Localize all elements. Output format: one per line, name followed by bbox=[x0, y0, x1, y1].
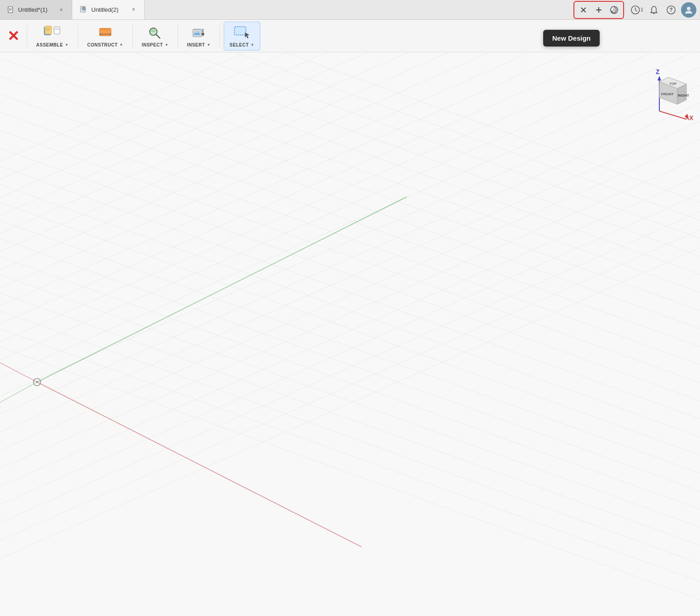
svg-line-94 bbox=[0, 52, 700, 238]
inspect-dropdown-arrow: ▼ bbox=[165, 43, 169, 47]
svg-line-58 bbox=[0, 260, 700, 554]
svg-line-82 bbox=[0, 165, 700, 527]
svg-line-65 bbox=[0, 61, 700, 355]
viewport[interactable]: Z X TOP FRONT RIGHT bbox=[0, 52, 700, 616]
svg-line-91 bbox=[0, 52, 700, 292]
svg-line-90 bbox=[0, 52, 700, 310]
svg-marker-49 bbox=[245, 33, 249, 38]
assemble-dropdown-arrow: ▼ bbox=[65, 43, 69, 47]
svg-text:TOP: TOP bbox=[669, 82, 677, 86]
view-cube[interactable]: Z X TOP FRONT RIGHT bbox=[646, 61, 691, 116]
divider-2 bbox=[78, 25, 78, 47]
svg-line-62 bbox=[0, 116, 700, 409]
divider-4 bbox=[178, 25, 178, 47]
svg-line-53 bbox=[0, 170, 700, 463]
svg-line-106 bbox=[659, 111, 686, 119]
svg-point-18 bbox=[687, 7, 691, 10]
app-header: Untitled*(1) × Untitled(2) × bbox=[0, 0, 700, 20]
svg-line-83 bbox=[0, 183, 700, 545]
svg-line-85 bbox=[0, 219, 700, 581]
svg-line-78 bbox=[0, 93, 700, 454]
tab-untitled-2[interactable]: Untitled(2) × bbox=[72, 0, 145, 19]
svg-text:X: X bbox=[689, 114, 694, 120]
tab1-label: Untitled*(1) bbox=[18, 6, 47, 13]
history-count: 1 bbox=[641, 7, 644, 12]
tabs-container: Untitled*(1) × Untitled(2) × bbox=[0, 0, 570, 19]
history-button[interactable]: 1 bbox=[630, 3, 644, 17]
inspect-button[interactable]: INSPECT ▼ bbox=[136, 22, 174, 51]
svg-text:RIGHT: RIGHT bbox=[678, 93, 689, 98]
svg-line-67 bbox=[0, 52, 700, 319]
construct-button[interactable]: CONSTRUCT ▼ bbox=[82, 22, 129, 51]
insert-button[interactable]: INSERT ▼ bbox=[182, 22, 216, 51]
assemble-label: ASSEMBLE ▼ bbox=[36, 42, 69, 47]
assemble-button[interactable]: ✦ ASSEMBLE ▼ bbox=[31, 22, 74, 51]
divider-3 bbox=[132, 25, 133, 47]
cancel-button[interactable]: ✕ bbox=[4, 29, 23, 43]
insert-dropdown-arrow: ▼ bbox=[207, 43, 211, 47]
help-button[interactable]: ? bbox=[664, 3, 678, 17]
construct-label: CONSTRUCT ▼ bbox=[87, 42, 123, 47]
construct-icon bbox=[96, 24, 114, 41]
svg-rect-20 bbox=[45, 26, 52, 34]
svg-line-61 bbox=[0, 314, 700, 608]
construct-dropdown-arrow: ▼ bbox=[119, 43, 123, 47]
notifications-button[interactable] bbox=[647, 3, 661, 17]
header-controls: New Design 1 ? bbox=[570, 1, 700, 19]
svg-line-69 bbox=[0, 52, 700, 283]
new-design-button[interactable]: New Design bbox=[543, 30, 600, 47]
select-button[interactable]: SELECT ▼ bbox=[224, 22, 260, 51]
svg-point-45 bbox=[195, 30, 197, 32]
svg-line-63 bbox=[0, 98, 700, 391]
inspect-label: INSPECT ▼ bbox=[142, 42, 169, 47]
tab2-label: Untitled(2) bbox=[91, 6, 118, 13]
svg-line-59 bbox=[0, 278, 700, 572]
document-icon bbox=[7, 6, 14, 14]
refresh-button[interactable] bbox=[607, 3, 621, 17]
select-label: SELECT ▼ bbox=[230, 42, 254, 47]
svg-rect-24 bbox=[54, 27, 60, 34]
svg-line-77 bbox=[0, 75, 700, 436]
svg-text:?: ? bbox=[669, 7, 672, 13]
assemble-icon: ✦ bbox=[43, 24, 61, 41]
insert-icon bbox=[190, 24, 208, 41]
new-tab-controls bbox=[573, 1, 624, 19]
svg-line-98 bbox=[0, 292, 37, 382]
select-icon bbox=[233, 24, 251, 41]
divider-1 bbox=[27, 25, 27, 47]
svg-line-84 bbox=[0, 201, 700, 563]
svg-text:Z: Z bbox=[656, 68, 660, 75]
select-dropdown-arrow: ▼ bbox=[251, 43, 254, 47]
insert-label: INSERT ▼ bbox=[187, 42, 211, 47]
svg-line-64 bbox=[0, 79, 700, 373]
svg-line-86 bbox=[0, 238, 700, 599]
svg-line-100 bbox=[0, 382, 37, 427]
new-tab-button[interactable] bbox=[592, 3, 606, 17]
tab2-close[interactable]: × bbox=[130, 5, 137, 14]
inspect-icon bbox=[146, 24, 164, 41]
svg-line-54 bbox=[0, 188, 700, 481]
grid-canvas bbox=[0, 52, 700, 616]
svg-line-87 bbox=[0, 52, 700, 364]
svg-line-97 bbox=[37, 382, 362, 547]
svg-line-60 bbox=[0, 296, 700, 590]
svg-line-76 bbox=[0, 57, 700, 418]
divider-5 bbox=[220, 25, 220, 47]
svg-line-56 bbox=[0, 224, 700, 518]
svg-line-79 bbox=[0, 111, 700, 472]
user-avatar[interactable] bbox=[681, 2, 696, 18]
svg-line-74 bbox=[0, 52, 700, 382]
svg-line-57 bbox=[0, 242, 700, 536]
svg-rect-48 bbox=[235, 27, 246, 35]
svg-line-51 bbox=[0, 134, 700, 427]
document-3d-icon bbox=[80, 5, 88, 14]
svg-line-70 bbox=[0, 52, 700, 265]
svg-line-88 bbox=[0, 52, 700, 346]
svg-line-80 bbox=[0, 129, 700, 490]
svg-line-96 bbox=[0, 52, 700, 201]
tab1-close[interactable]: × bbox=[58, 6, 65, 14]
close-tab-button[interactable] bbox=[576, 3, 591, 17]
tab-untitled-1[interactable]: Untitled*(1) × bbox=[0, 0, 72, 19]
svg-point-14 bbox=[613, 9, 615, 11]
svg-marker-104 bbox=[658, 76, 661, 80]
